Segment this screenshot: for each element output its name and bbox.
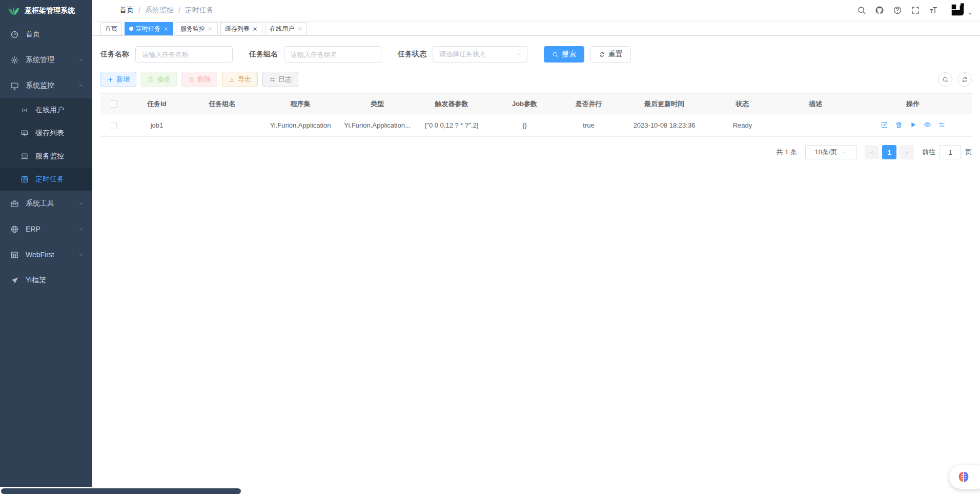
goto-label: 前往 xyxy=(922,148,935,157)
close-icon xyxy=(208,26,213,32)
assistant-widget[interactable] xyxy=(949,465,980,489)
task-status-label: 任务状态 xyxy=(398,50,426,59)
toolbar-button-3[interactable]: 导出 xyxy=(222,72,258,87)
page-number-1[interactable]: 1 xyxy=(882,145,896,159)
toolbar-buttons: 新增修改删除导出日志 xyxy=(100,72,303,87)
grid-icon xyxy=(10,251,19,259)
delete-icon[interactable] xyxy=(895,121,903,129)
task-name-input[interactable] xyxy=(135,46,233,63)
server-icon xyxy=(21,152,29,160)
column-header-2: 程序集 xyxy=(257,94,344,114)
cell-8: Ready xyxy=(708,114,777,137)
cache-icon xyxy=(21,129,29,137)
sidebar-subitem-3[interactable]: 定时任务 xyxy=(0,168,92,191)
chevron-down-icon xyxy=(516,51,522,57)
toolbar-button-label: 修改 xyxy=(157,75,170,84)
breadcrumb-item-0[interactable]: 首页 xyxy=(119,6,134,15)
sidebar-item-6[interactable]: Yi框架 xyxy=(0,267,92,293)
toolbar-button-label: 导出 xyxy=(238,75,251,84)
reset-button[interactable]: 重置 xyxy=(590,46,631,63)
cell-5: {} xyxy=(493,114,557,137)
sidebar-item-label: Yi框架 xyxy=(26,276,46,285)
close-icon xyxy=(252,26,258,32)
filter-task-status: 任务状态 请选择任务状态 xyxy=(398,46,527,63)
chevron-down-icon xyxy=(78,200,84,207)
next-page-button[interactable] xyxy=(900,145,914,159)
user-avatar-logo-icon xyxy=(950,3,965,18)
tab-4[interactable]: 在线用户 xyxy=(265,22,307,35)
column-header-9: 描述 xyxy=(777,94,854,114)
user-menu[interactable] xyxy=(950,3,973,18)
chevron-down-icon xyxy=(78,252,84,258)
breadcrumb-separator: / xyxy=(138,6,140,14)
github-icon[interactable] xyxy=(875,6,884,15)
sidebar-submenu: 在线用户缓存列表服务监控定时任务 xyxy=(0,98,92,191)
sidebar-item-4[interactable]: ERP xyxy=(0,216,92,242)
globe-icon xyxy=(10,225,19,234)
page-size-select[interactable]: 10条/页 xyxy=(805,145,856,159)
toggle-search-button[interactable] xyxy=(938,72,952,87)
tab-2[interactable]: 服务监控 xyxy=(176,22,218,35)
sidebar-item-label: 系统监控 xyxy=(26,81,54,90)
refresh-icon xyxy=(599,51,605,58)
column-header-6: 是否并行 xyxy=(557,94,621,114)
edit-icon[interactable] xyxy=(881,121,888,129)
toolbar-button-1[interactable]: 修改 xyxy=(141,72,177,87)
sidebar-subitem-label: 在线用户 xyxy=(35,106,64,115)
filter-task-group: 任务组名 xyxy=(249,46,381,63)
task-group-label: 任务组名 xyxy=(249,50,278,59)
task-status-select[interactable]: 请选择任务状态 xyxy=(433,46,527,63)
app-title: 意框架管理系统 xyxy=(25,6,75,15)
breadcrumb-item-2: 定时任务 xyxy=(185,6,214,15)
sidebar-subitem-1[interactable]: 缓存列表 xyxy=(0,121,92,145)
font-size-icon[interactable] xyxy=(929,6,938,15)
play-icon[interactable] xyxy=(909,121,917,129)
toolbar-button-2[interactable]: 删除 xyxy=(181,72,217,87)
scrollbar-thumb[interactable] xyxy=(1,488,241,494)
column-header-7: 最后更新时间 xyxy=(621,94,708,114)
timer-icon xyxy=(21,175,29,183)
breadcrumb: 首页/系统监控/定时任务 xyxy=(119,6,214,15)
pagination: 共 1 条 10条/页 1 前往 页 xyxy=(100,145,972,159)
select-all-header xyxy=(100,94,126,114)
toolbar-button-0[interactable]: 新增 xyxy=(100,72,136,87)
prev-page-button[interactable] xyxy=(865,145,879,159)
column-header-1: 任务组名 xyxy=(188,94,257,114)
logo-leaf-icon xyxy=(7,4,21,17)
tab-0[interactable]: 首页 xyxy=(100,22,122,35)
toolbar-button-4[interactable]: 日志 xyxy=(262,72,298,87)
task-name-label: 任务名称 xyxy=(100,50,129,59)
question-icon[interactable] xyxy=(893,6,902,15)
sidebar-item-3[interactable]: 系统工具 xyxy=(0,191,92,216)
row-actions-cell xyxy=(854,114,972,137)
search-icon[interactable] xyxy=(857,6,866,15)
refresh-table-button[interactable] xyxy=(957,72,972,87)
sidebar-item-5[interactable]: WebFirst xyxy=(0,242,92,267)
select-all-checkbox[interactable] xyxy=(110,100,117,108)
sidebar-item-2[interactable]: 系统监控 xyxy=(0,73,92,98)
logo[interactable]: 意框架管理系统 xyxy=(0,0,92,22)
send-icon xyxy=(10,276,19,285)
table-header-row: 任务Id任务组名程序集类型触发器参数Job参数是否并行最后更新时间状态描述操作 xyxy=(100,94,972,114)
download-icon xyxy=(229,76,235,83)
horizontal-scrollbar[interactable] xyxy=(0,487,980,495)
row-actions xyxy=(881,121,946,129)
main-area: 首页/系统监控/定时任务 首页定时任务服务监控缓存列表在线用户 任务名称 xyxy=(92,0,980,495)
cell-0: job1 xyxy=(126,114,188,137)
sidebar-toggle-icon[interactable] xyxy=(100,6,110,15)
row-checkbox[interactable] xyxy=(110,122,117,129)
tab-3[interactable]: 缓存列表 xyxy=(220,22,262,35)
sidebar-subitem-2[interactable]: 服务监控 xyxy=(0,145,92,168)
goto-page-input[interactable] xyxy=(940,145,961,159)
fullscreen-icon[interactable] xyxy=(911,6,920,15)
log-icon[interactable] xyxy=(938,121,946,129)
toolbar-button-label: 日志 xyxy=(278,75,292,84)
search-button[interactable]: 搜索 xyxy=(544,46,584,63)
sidebar-subitem-0[interactable]: 在线用户 xyxy=(0,98,92,121)
task-group-input[interactable] xyxy=(284,46,381,63)
sidebar-item-0[interactable]: 首页 xyxy=(0,22,92,47)
sidebar-item-1[interactable]: 系统管理 xyxy=(0,47,92,73)
breadcrumb-item-1: 系统监控 xyxy=(145,6,174,15)
tab-1[interactable]: 定时任务 xyxy=(125,22,173,35)
view-icon[interactable] xyxy=(924,121,931,129)
